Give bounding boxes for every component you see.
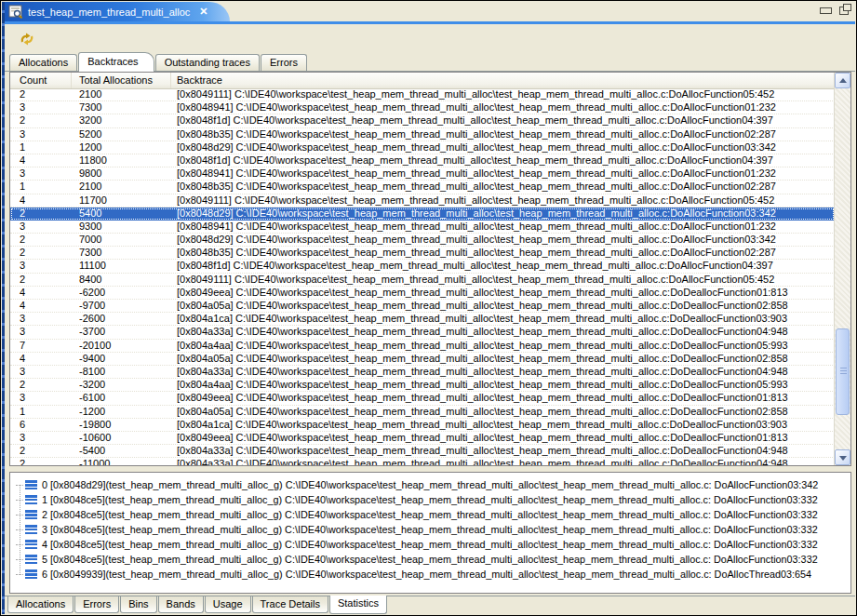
total-allocations-cell: -8100 [72,366,171,378]
total-allocations-cell: 7300 [72,101,171,114]
column-header-backtrace[interactable]: Backtrace [171,73,835,88]
total-allocations-cell: 8400 [72,274,171,286]
count-cell: 3 [10,366,72,378]
stack-frame-row[interactable]: 3 [0x8048ce5](test_heap_mem_thread_multi… [16,522,850,537]
table-row[interactable]: 7-20100[0x804a4aa] C:\IDE40\workspace\te… [10,340,835,353]
count-cell: 6 [10,419,72,431]
view-toolbar [5,24,855,53]
count-cell: 3 [10,101,72,114]
table-row[interactable]: 27300[0x8048b35] C:\IDE40\workspace\test… [10,247,835,260]
stack-frame-row[interactable]: 0 [0x8048d29](test_heap_mem_thread_multi… [16,477,850,492]
backtrace-cell: [0x8049111] C:\IDE40\workspace\test_heap… [171,194,835,207]
table-row[interactable]: 25400[0x8048d29] C:\IDE40\workspace\test… [10,208,835,221]
backtraces-table: Count Total Allocations Backtrace 22100[… [9,72,851,466]
column-header-total-allocations[interactable]: Total Allocations [72,73,171,88]
backtrace-cell: [0x804a33a] C:\IDE40\workspace\test_heap… [171,326,835,338]
stack-frame-icon [25,495,37,505]
tab-outstanding-traces[interactable]: Outstanding traces [155,54,260,71]
minimize-icon[interactable] [820,7,832,14]
backtrace-cell: [0x8048d29] C:\IDE40\workspace\test_heap… [171,141,835,154]
tab-bottom-trace-details[interactable]: Trace Details [252,596,328,613]
table-row[interactable]: 411700[0x8049111] C:\IDE40\workspace\tes… [10,194,835,208]
scroll-down-icon[interactable] [835,449,850,465]
tab-allocations[interactable]: Allocations [9,54,77,71]
table-row[interactable]: 35200[0x8048b35] C:\IDE40\workspace\test… [10,128,835,141]
table-row[interactable]: 3-6100[0x8049eea] C:\IDE40\workspace\tes… [10,392,835,405]
close-icon[interactable]: ✕ [199,6,208,18]
view-tab-bar: test_heap_mem_thread_multi_alloc ✕ [5,2,855,21]
stack-frame-row[interactable]: 5 [0x8048ce5](test_heap_mem_thread_multi… [16,552,850,567]
tab-bottom-statistics[interactable]: Statistics [329,596,387,614]
backtrace-cell: [0x804a05a] C:\IDE40\workspace\test_heap… [171,300,835,312]
table-row[interactable]: 39300[0x8048941] C:\IDE40\workspace\test… [10,221,835,234]
tab-bottom-bands[interactable]: Bands [158,596,204,613]
total-allocations-cell: 7000 [72,234,171,246]
count-cell: 4 [10,194,72,207]
count-cell: 4 [10,154,72,167]
count-cell: 4 [10,287,72,299]
table-row[interactable]: 3-3700[0x804a33a] C:\IDE40\workspace\tes… [10,326,835,339]
view-tab[interactable]: test_heap_mem_thread_multi_alloc ✕ [5,2,230,21]
table-row[interactable]: 2-5400[0x804a33a] C:\IDE40\workspace\tes… [10,445,835,458]
table-row[interactable]: 2-3200[0x804a4aa] C:\IDE40\workspace\tes… [10,379,835,392]
tab-backtraces[interactable]: Backtraces [78,52,154,72]
table-row[interactable]: 4-9700[0x804a05a] C:\IDE40\workspace\tes… [10,300,835,313]
count-cell: 4 [10,353,72,365]
sync-refresh-icon[interactable] [18,30,36,48]
table-row[interactable]: 3-2600[0x804a1ca] C:\IDE40\workspace\tes… [10,313,835,326]
backtrace-cell: [0x804a1ca] C:\IDE40\workspace\test_heap… [171,313,835,325]
vertical-scrollbar[interactable] [834,73,850,465]
total-allocations-cell: -3700 [72,326,171,338]
backtrace-cell: [0x8048f1d] C:\IDE40\workspace\test_heap… [171,114,835,127]
backtrace-cell: [0x804a33a] C:\IDE40\workspace\test_heap… [171,445,835,457]
count-cell: 2 [10,208,72,220]
stack-frame-row[interactable]: 2 [0x8048ce5](test_heap_mem_thread_multi… [16,507,850,522]
memory-analysis-icon [8,5,23,20]
total-allocations-cell: -9700 [72,300,171,312]
stack-frame-row[interactable]: 1 [0x8048ce5](test_heap_mem_thread_multi… [16,492,850,507]
table-row[interactable]: 4-9400[0x804a05a] C:\IDE40\workspace\tes… [10,353,835,366]
table-row[interactable]: 27000[0x8048d29] C:\IDE40\workspace\test… [10,234,835,247]
backtrace-cell: [0x8048941] C:\IDE40\workspace\test_heap… [171,101,835,114]
table-row[interactable]: 3-10600[0x8049eea] C:\IDE40\workspace\te… [10,432,835,445]
table-row[interactable]: 311100[0x8048f1d] C:\IDE40\workspace\tes… [10,260,835,273]
table-row[interactable]: 37300[0x8048941] C:\IDE40\workspace\test… [10,101,835,114]
table-row[interactable]: 39800[0x8048941] C:\IDE40\workspace\test… [10,167,835,181]
window-left-border [2,2,5,614]
stack-frame-text: 0 [0x8048d29](test_heap_mem_thread_multi… [42,479,818,490]
tab-bottom-allocations[interactable]: Allocations [7,596,74,613]
table-row[interactable]: 12100[0x8048b35] C:\IDE40\workspace\test… [10,181,835,194]
table-row[interactable]: 22100[0x8049111] C:\IDE40\workspace\test… [10,88,835,101]
count-cell: 2 [10,114,72,127]
maximize-icon[interactable] [839,7,849,15]
heap-analysis-window: test_heap_mem_thread_multi_alloc ✕ Alloc… [0,0,857,616]
table-row[interactable]: 2-11000[0x804a33a] C:\IDE40\workspace\te… [10,458,835,465]
table-row[interactable]: 23200[0x8048f1d] C:\IDE40\workspace\test… [10,114,835,127]
table-row[interactable]: 4-6200[0x8049eea] C:\IDE40\workspace\tes… [10,287,835,300]
stack-frame-row[interactable]: 4 [0x8048ce5](test_heap_mem_thread_multi… [16,537,850,552]
tab-bottom-usage[interactable]: Usage [205,596,251,613]
tab-bottom-errors[interactable]: Errors [74,596,119,613]
tab-errors[interactable]: Errors [261,54,307,71]
scroll-up-icon[interactable] [835,73,850,88]
count-cell: 3 [10,221,72,233]
table-row[interactable]: 28400[0x8049111] C:\IDE40\workspace\test… [10,274,835,287]
tab-bottom-bins[interactable]: Bins [120,596,156,613]
backtrace-cell: [0x804a4aa] C:\IDE40\workspace\test_heap… [171,340,835,352]
stack-frame-text: 5 [0x8048ce5](test_heap_mem_thread_multi… [42,554,818,565]
backtrace-cell: [0x8049eea] C:\IDE40\workspace\test_heap… [171,392,835,404]
count-cell: 3 [10,313,72,325]
table-row[interactable]: 1-1200[0x804a05a] C:\IDE40\workspace\tes… [10,406,835,419]
view-title: test_heap_mem_thread_multi_alloc [28,7,190,18]
table-row[interactable]: 3-8100[0x804a33a] C:\IDE40\workspace\tes… [10,366,835,379]
stack-frame-row[interactable]: 6 [0x8049939](test_heap_mem_thread_multi… [16,567,850,582]
table-row[interactable]: 411800[0x8048f1d] C:\IDE40\workspace\tes… [10,154,835,167]
count-cell: 1 [10,141,72,154]
table-row[interactable]: 6-19800[0x804a1ca] C:\IDE40\workspace\te… [10,419,835,432]
table-row[interactable]: 11200[0x8048d29] C:\IDE40\workspace\test… [10,141,835,154]
bottom-tab-bar: Allocations Errors Bins Bands Usage Trac… [5,596,855,615]
scrollbar-thumb[interactable] [836,328,850,415]
count-cell: 4 [10,300,72,312]
backtrace-cell: [0x8048f1d] C:\IDE40\workspace\test_heap… [171,260,835,272]
column-header-count[interactable]: Count [10,73,72,88]
